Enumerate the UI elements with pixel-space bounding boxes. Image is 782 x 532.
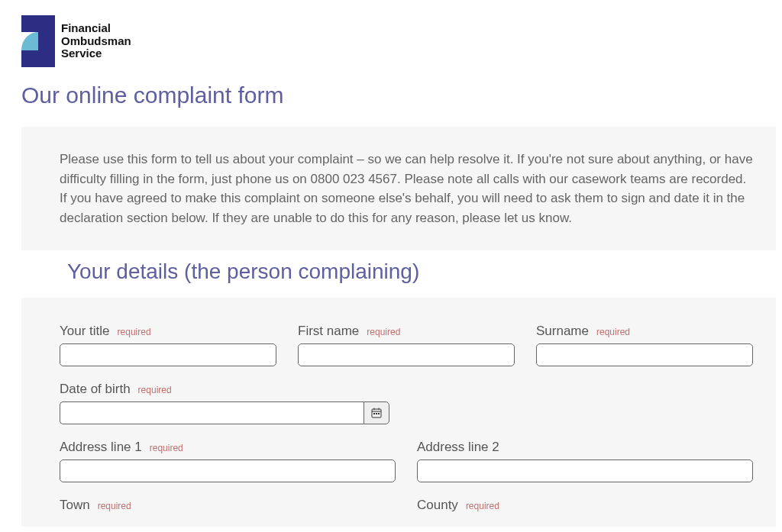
masthead: Financial Ombudsman Service [0, 0, 782, 79]
label-address-line-2: Address line 2 [417, 440, 753, 455]
brand-line-3: Service [61, 47, 131, 60]
page-title: Our online complaint form [21, 82, 782, 108]
input-first-name[interactable] [298, 343, 515, 366]
label-surname: Surname required [536, 324, 753, 339]
section-your-details-heading: Your details (the person complaining) [67, 260, 782, 284]
label-text-town: Town [60, 498, 90, 513]
field-date-of-birth: Date of birth required [60, 379, 389, 424]
label-text-first-name: First name [298, 324, 359, 339]
svg-rect-7 [378, 413, 380, 414]
label-text-date-of-birth: Date of birth [60, 382, 131, 397]
label-address-line-1: Address line 1 required [60, 440, 396, 455]
field-your-title: Your title required [60, 321, 276, 366]
label-text-county: County [417, 498, 458, 513]
required-badge: required [118, 327, 151, 337]
row-address: Address line 1 required Address line 2 [60, 437, 753, 482]
required-badge: required [98, 501, 131, 511]
brand-line-1: Financial [61, 22, 131, 35]
input-address-line-2[interactable] [417, 459, 753, 482]
intro-text: Please use this form to tell us about yo… [60, 150, 753, 227]
label-text-surname: Surname [536, 324, 589, 339]
required-badge: required [138, 385, 172, 395]
row-town-county: Town required County required [60, 495, 753, 517]
field-surname: Surname required [536, 321, 753, 366]
svg-rect-6 [376, 413, 377, 414]
field-address-line-1: Address line 1 required [60, 437, 396, 482]
page-title-wrap: Our online complaint form [0, 79, 782, 127]
calendar-icon [371, 408, 382, 418]
row-dob: Date of birth required [60, 379, 753, 424]
svg-rect-1 [38, 15, 55, 50]
brand-line-2: Ombudsman [61, 35, 131, 48]
brand-logo: Financial Ombudsman Service [21, 15, 782, 67]
input-surname[interactable] [536, 343, 753, 366]
label-first-name: First name required [298, 324, 515, 339]
intro-panel: Please use this form to tell us about yo… [21, 127, 776, 250]
row-name: Your title required First name required … [60, 321, 753, 366]
label-county: County required [417, 498, 753, 513]
field-town: Town required [60, 495, 396, 517]
calendar-button[interactable] [364, 401, 389, 424]
label-town: Town required [60, 498, 396, 513]
field-address-line-2: Address line 2 [417, 437, 753, 482]
required-badge: required [367, 327, 400, 337]
label-your-title: Your title required [60, 324, 276, 339]
label-text-address-line-1: Address line 1 [60, 440, 142, 455]
label-text-address-line-2: Address line 2 [417, 440, 499, 455]
svg-rect-5 [373, 413, 375, 414]
field-first-name: First name required [298, 321, 515, 366]
input-date-of-birth[interactable] [60, 401, 364, 424]
required-badge: required [596, 327, 630, 337]
field-county: County required [417, 495, 753, 517]
your-details-form: Your title required First name required … [21, 298, 776, 527]
brand-wordmark: Financial Ombudsman Service [61, 22, 131, 60]
input-address-line-1[interactable] [60, 459, 396, 482]
input-your-title[interactable] [60, 343, 276, 366]
svg-rect-0 [21, 15, 38, 32]
svg-rect-2 [21, 50, 55, 67]
required-badge: required [150, 443, 183, 453]
required-badge: required [466, 501, 499, 511]
label-text-your-title: Your title [60, 324, 110, 339]
label-date-of-birth: Date of birth required [60, 382, 389, 397]
date-input-group [60, 401, 389, 424]
financial-ombudsman-logo-icon [21, 15, 55, 67]
